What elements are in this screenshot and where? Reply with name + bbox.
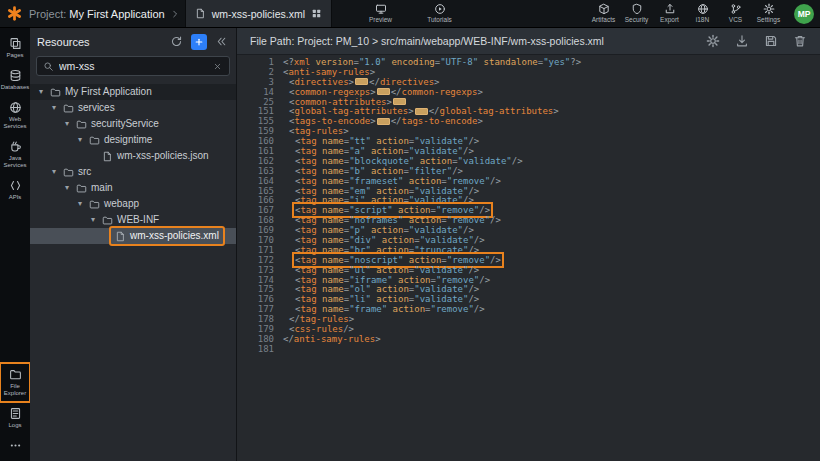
tree-item-src[interactable]: ▾src — [30, 164, 236, 180]
resources-panel: Resources ▾My First Application▾services… — [30, 28, 237, 461]
caret-down-icon[interactable]: ▾ — [49, 167, 59, 177]
tree-item-my-first-application[interactable]: ▾My First Application — [30, 84, 236, 100]
refresh-button[interactable] — [169, 34, 184, 49]
action-label: i18N — [696, 17, 709, 24]
fold-marker[interactable] — [393, 98, 406, 105]
tree-item-designtime[interactable]: ▾designtime — [30, 132, 236, 148]
folder-icon — [76, 183, 87, 194]
download-icon — [735, 34, 749, 48]
rail-top-items: PagesDatabasesWeb ServicesJava ServicesA… — [1, 32, 29, 206]
topbar-action-preview[interactable]: Preview — [365, 2, 396, 25]
tree-item-web-inf[interactable]: ▾WEB-INF — [30, 212, 236, 228]
tree-item-label: wm-xss-policies.json — [117, 149, 209, 163]
sidebar-item-apis[interactable]: APIs — [1, 175, 29, 205]
folder-icon — [89, 199, 100, 210]
sidebar-item-pages[interactable]: Pages — [1, 33, 29, 63]
grid-icon[interactable] — [311, 8, 322, 19]
tree-item-content: wm-xss-policies.json — [98, 148, 213, 164]
i18n-icon — [697, 3, 709, 15]
caret-down-icon[interactable]: ▾ — [62, 183, 72, 193]
wavemaker-logo-icon[interactable] — [6, 5, 23, 22]
sidebar-item-label: APIs — [9, 194, 22, 201]
trash-button[interactable] — [793, 34, 807, 48]
resources-header: Resources — [30, 28, 236, 55]
fold-marker[interactable] — [415, 108, 428, 115]
avatar[interactable]: MP — [794, 4, 814, 24]
folder-icon — [50, 87, 61, 98]
save-button[interactable] — [764, 34, 778, 48]
search-icon — [43, 61, 54, 72]
tree-item-wm-xss-policies-json[interactable]: wm-xss-policies.json — [30, 148, 236, 164]
topbar-action-settings[interactable]: Settings — [753, 2, 784, 25]
tree-item-wm-xss-policies-xml[interactable]: wm-xss-policies.xml — [30, 228, 236, 244]
code-line-181[interactable]: 181 — [237, 345, 820, 355]
topbar-action-i18n[interactable]: i18N — [687, 2, 718, 25]
collapse-left-button[interactable] — [214, 34, 229, 49]
sidebar-item-more-icon[interactable] — [1, 435, 29, 456]
topbar-action-security[interactable]: Security — [621, 2, 652, 25]
download-button[interactable] — [735, 34, 749, 48]
java-services-icon — [9, 140, 22, 153]
filebar-icons — [706, 34, 807, 48]
sidebar-item-databases[interactable]: Databases — [1, 65, 29, 95]
tree-item-label: wm-xss-policies.xml — [130, 229, 219, 243]
search-box — [36, 56, 230, 76]
project-title: Project:My First Application — [29, 8, 165, 20]
folder-icon — [102, 215, 113, 226]
tutorials-icon — [434, 3, 446, 15]
sidebar-item-file-explorer[interactable]: File Explorer — [1, 364, 29, 401]
clear-search-button[interactable] — [211, 60, 223, 72]
export-icon — [664, 3, 676, 15]
rail-bottom-items: File ExplorerLogs — [1, 363, 29, 457]
caret-down-icon[interactable]: ▾ — [62, 119, 72, 129]
artifacts-icon — [598, 3, 610, 15]
caret-down-icon[interactable]: ▾ — [88, 215, 98, 225]
action-label: VCS — [729, 17, 742, 24]
vcs-icon — [730, 3, 742, 15]
fold-marker[interactable] — [355, 78, 368, 85]
tree-item-label: webapp — [104, 197, 139, 211]
tree-item-services[interactable]: ▾services — [30, 100, 236, 116]
caret-down-icon[interactable]: ▾ — [36, 87, 46, 97]
collapse-left-icon — [215, 35, 228, 48]
web-services-icon — [9, 101, 22, 114]
add-icon — [194, 37, 204, 47]
sidebar-item-label: Web Services — [1, 116, 29, 130]
topbar: Project:My First Application wm-xss-poli… — [0, 0, 820, 28]
fold-marker[interactable] — [377, 118, 390, 125]
left-rail: PagesDatabasesWeb ServicesJava ServicesA… — [0, 28, 30, 461]
fold-marker[interactable] — [377, 88, 390, 95]
sidebar-item-logs[interactable]: Logs — [1, 403, 29, 433]
tree-item-content: WEB-INF — [98, 212, 163, 228]
sidebar-item-web-services[interactable]: Web Services — [1, 97, 29, 134]
topbar-action-export[interactable]: Export — [654, 2, 685, 25]
add-button[interactable] — [191, 34, 207, 50]
caret-down-icon[interactable]: ▾ — [49, 103, 59, 113]
topbar-right-actions: ArtifactsSecurityExporti18NVCSSettings — [588, 2, 784, 25]
logs-icon — [9, 407, 22, 420]
file-icon — [115, 231, 126, 242]
topbar-action-vcs[interactable]: VCS — [720, 2, 751, 25]
caret-down-icon[interactable]: ▾ — [75, 135, 85, 145]
tree-item-securityservice[interactable]: ▾securityService — [30, 116, 236, 132]
code-editor[interactable]: 1<?xml version="1.0" encoding="UTF-8" st… — [237, 55, 820, 461]
resources-title: Resources — [37, 36, 162, 48]
folder-icon — [76, 119, 87, 130]
file-icon — [195, 8, 206, 19]
code-line-180[interactable]: 180</anti-samy-rules> — [237, 335, 820, 345]
settings-icon — [763, 3, 775, 15]
topbar-action-artifacts[interactable]: Artifacts — [588, 2, 619, 25]
search-input[interactable] — [59, 60, 206, 72]
tree-item-label: My First Application — [65, 85, 152, 99]
tab-wm-xss-policies[interactable]: wm-xss-policies.xml — [185, 0, 332, 27]
sidebar-item-java-services[interactable]: Java Services — [1, 136, 29, 173]
topbar-action-tutorials[interactable]: Tutorials — [424, 2, 455, 25]
project-name: My First Application — [69, 8, 164, 20]
tree-item-webapp[interactable]: ▾webapp — [30, 196, 236, 212]
close-icon — [212, 62, 223, 71]
tree-item-main[interactable]: ▾main — [30, 180, 236, 196]
caret-down-icon[interactable]: ▾ — [75, 199, 85, 209]
chevron-right-icon[interactable] — [170, 9, 180, 19]
gear-button[interactable] — [706, 34, 720, 48]
action-label: Preview — [369, 17, 392, 24]
